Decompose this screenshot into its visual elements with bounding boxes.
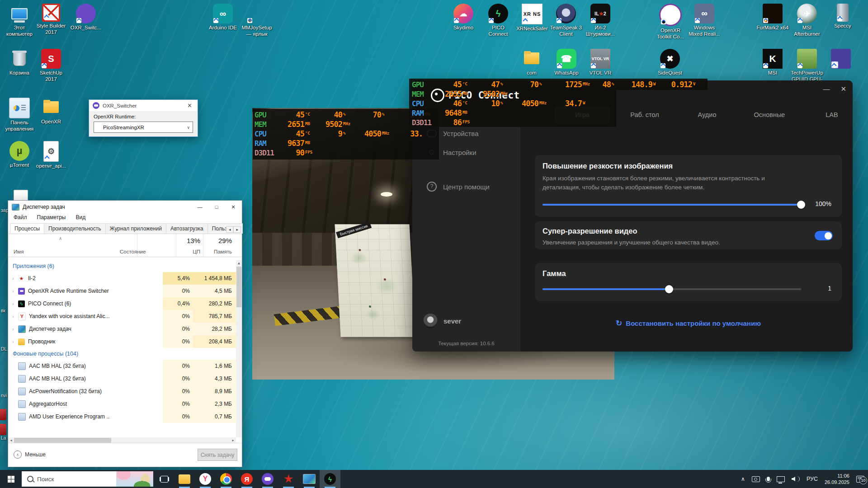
icon-style-builder[interactable]: Style Builder2017 — [35, 4, 67, 35]
superres-toggle[interactable] — [815, 231, 833, 240]
screen-record-icon[interactable] — [752, 476, 760, 482]
tab-app-history[interactable]: Журнал приложений — [105, 223, 166, 234]
menu-options[interactable]: Параметры — [37, 214, 66, 221]
task-row-explorer[interactable]: › Проводник 0% 208,4 МБ — [8, 335, 236, 348]
gamma-slider-knob[interactable] — [665, 285, 673, 293]
taskbar-yandex-browser[interactable]: Y — [195, 470, 216, 488]
icon-xrnecksafer[interactable]: XR NS XRNeckSafer — [516, 4, 548, 32]
sidebar-item-help[interactable]: ? Центр помощи — [419, 177, 514, 196]
icon-mmjoysetup[interactable]: MMJoySetup— ярлык — [241, 4, 273, 37]
expander-icon[interactable]: › — [8, 339, 18, 344]
language-indicator[interactable]: РУС — [807, 476, 818, 482]
task-row-taskmgr[interactable]: › Диспетчер задач 0% 28,2 МБ — [8, 323, 236, 335]
icon-com-folder[interactable]: com — [515, 49, 548, 76]
close-button[interactable]: ✕ — [185, 102, 194, 109]
task-row-oxr-switcher[interactable]: › OpenXR Active Runtime Switcher 0% 4,5 … — [8, 285, 236, 297]
desktop-icon-partial-red-2[interactable] — [0, 424, 6, 435]
icon-vtol-vr[interactable]: VTOL VR VTOL VR — [584, 49, 617, 76]
restore-defaults-button[interactable]: ↻ Восстановить настройки по умолчанию — [535, 319, 842, 328]
icon-sidequest[interactable]: ✖ SideQuest — [654, 49, 686, 76]
tab-performance[interactable]: Производительность — [44, 223, 105, 234]
icon-utorrent[interactable]: µ µTorrent — [3, 141, 36, 169]
network-icon[interactable] — [777, 476, 785, 482]
task-row-aggregator[interactable]: AggregatorHost 0% 2,3 МБ — [8, 398, 236, 410]
menu-file[interactable]: Файл — [14, 214, 27, 221]
task-row-pico-connect[interactable]: › ϟ PICO Connect (6) 0,4% 280,2 МБ — [8, 297, 236, 310]
task-row-aac2[interactable]: AAC MB HAL (32 бита) 0% 4,3 МБ — [8, 372, 236, 385]
taskbar-task-manager[interactable] — [299, 470, 320, 488]
tab-general[interactable]: Основные — [741, 106, 797, 124]
minimize-button[interactable]: — — [823, 85, 830, 93]
icon-recycle-bin[interactable]: Корзина — [3, 49, 36, 76]
column-name[interactable]: Имя — [14, 249, 24, 254]
end-task-button[interactable]: Снять задачу — [198, 449, 237, 461]
search-input[interactable]: Поиск — [22, 471, 153, 487]
column-cpu[interactable]: ЦП — [193, 249, 200, 254]
taskbar-yandex[interactable]: Я — [236, 470, 257, 488]
taskbar-chrome[interactable] — [216, 470, 236, 488]
sharpen-slider-knob[interactable] — [797, 201, 805, 209]
microphone-icon[interactable] — [767, 477, 770, 481]
taskbar-pico-connect[interactable]: ϟ — [320, 470, 340, 488]
icon-control-panel[interactable]: Панельуправления — [3, 98, 36, 132]
expander-icon[interactable]: › — [8, 314, 18, 319]
taskbar-oxr-switcher[interactable] — [257, 470, 278, 488]
column-memory[interactable]: Память — [214, 249, 232, 254]
icon-whatsapp[interactable]: ☎ WhatsApp — [550, 49, 583, 76]
icon-teamspeak[interactable]: TeamSpeak 3Client — [550, 4, 582, 37]
task-row-aac1[interactable]: AAC MB HAL (32 бита) 0% 1,6 МБ — [8, 360, 236, 372]
sharpen-slider[interactable] — [542, 204, 801, 206]
task-view-button[interactable] — [156, 470, 172, 488]
tab-lab[interactable]: LAB — [804, 106, 860, 124]
column-status[interactable]: Состояние — [120, 249, 146, 254]
start-button[interactable] — [0, 470, 22, 488]
minimize-button[interactable]: — — [193, 203, 207, 211]
task-row-acpower[interactable]: AcPowerNotification (32 бита) 0% 8,9 МБ — [8, 385, 236, 398]
icon-furmark[interactable]: FurMark2 x64 — [756, 4, 789, 31]
maximize-button[interactable]: □ — [210, 203, 223, 211]
icon-arduino-ide[interactable]: ∞ Arduino IDE — [207, 4, 239, 31]
icon-openxr-toolkit[interactable]: OpenXRToolkit Co... — [654, 4, 687, 40]
desktop-icon-partial-red-1[interactable] — [0, 409, 6, 420]
taskbar-explorer[interactable] — [174, 470, 195, 488]
notifications-icon[interactable]: 10 — [856, 476, 864, 483]
group-background[interactable]: Фоновые процессы (104) — [8, 348, 236, 360]
icon-this-pc[interactable]: Этоткомпьютер — [3, 4, 36, 37]
icon-openxr-folder[interactable]: OpenXR — [35, 98, 67, 125]
avatar[interactable] — [423, 314, 438, 328]
tab-scroll-right[interactable]: ▸ — [233, 226, 241, 233]
volume-icon[interactable] — [792, 477, 795, 481]
task-row-amd[interactable]: AMD User Experience Program ... 0% 0,7 М… — [8, 410, 236, 423]
icon-msi-afterburner[interactable]: ✈ MSIAfterburner — [791, 4, 823, 37]
task-row-il2[interactable]: › ★ Il-2 5,4% 1 454,8 МБ — [8, 272, 236, 285]
icon-skydimo[interactable]: ☁ Skydimo — [447, 4, 480, 31]
expander-icon[interactable]: › — [8, 327, 18, 332]
clock[interactable]: 11:0626.09.2025 — [825, 473, 849, 485]
tab-scroll-left[interactable]: ◂ — [226, 226, 234, 233]
fewer-details-button[interactable]: ∧ Меньше — [14, 450, 46, 459]
tab-startup[interactable]: Автозагрузка — [166, 223, 208, 234]
mission-map[interactable]: Быстрая миссия — [335, 224, 415, 337]
expander-icon[interactable]: › — [8, 289, 18, 294]
icon-pico-connect[interactable]: ϟ PICOConnect — [482, 4, 514, 37]
icon-cpuz[interactable] — [825, 49, 857, 70]
icon-wmr[interactable]: ∞ WindowsMixed Reali... — [688, 4, 721, 37]
icon-speccy[interactable]: Speccy — [826, 4, 859, 29]
tray-expand-icon[interactable]: ∧ — [741, 476, 745, 482]
expander-icon[interactable]: › — [8, 301, 18, 306]
close-button[interactable]: ✕ — [226, 203, 240, 211]
expander-icon[interactable]: › — [8, 276, 18, 281]
task-row-yandex[interactable]: › Y Yandex with voice assistant Alic... … — [8, 310, 236, 323]
taskbar-il2[interactable]: ★ — [278, 470, 299, 488]
icon-il2[interactable]: IL★2 Ил-2Штурмови... — [584, 4, 617, 37]
runtime-dropdown[interactable]: PicoStreamingXR ∨ — [94, 122, 193, 133]
menu-view[interactable]: Вид — [75, 214, 85, 221]
icon-oxr-switcher[interactable]: OXR_Switc... — [70, 4, 102, 31]
group-apps[interactable]: Приложения (6) — [8, 260, 236, 272]
tab-processes[interactable]: Процессы — [10, 223, 44, 234]
icon-openvr-api[interactable]: ⚙ openvr_api... — [35, 141, 67, 169]
icon-sketchup[interactable]: S SketchUp2017 — [35, 49, 67, 82]
vertical-scrollbar[interactable]: ▲ — [236, 260, 242, 437]
icon-msi[interactable]: K MSI — [756, 49, 789, 76]
close-button[interactable]: ✕ — [840, 85, 846, 93]
